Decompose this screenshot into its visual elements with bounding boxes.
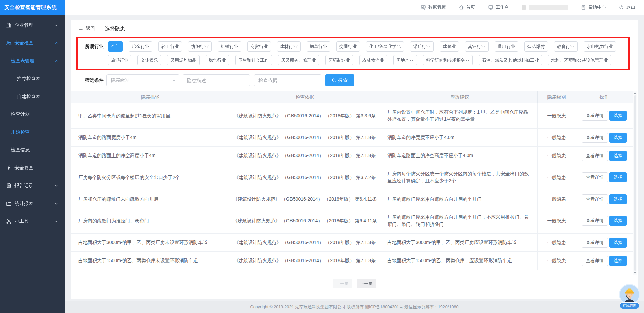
- industry-filter-button[interactable]: 卫生和社会工作: [235, 55, 272, 65]
- folder-icon: [6, 201, 12, 206]
- industry-filter-button[interactable]: 通用行业: [495, 41, 518, 52]
- hazard-level-placeholder: 隐患级别: [111, 77, 130, 83]
- check-basis-input[interactable]: [254, 74, 321, 86]
- select-button[interactable]: 选择: [609, 133, 627, 143]
- industry-filter-button[interactable]: 烟花爆竹: [524, 41, 548, 52]
- industry-filter-button[interactable]: 石油、煤炭及其他燃料加工业: [479, 55, 542, 65]
- hazard-desc-cell: 厂房每个防火分区或每个楼层的安全出口少于2个: [71, 165, 227, 190]
- industry-filter-button[interactable]: 居民服务、修理业: [278, 55, 319, 65]
- sidebar-item-tools[interactable]: 小工具: [0, 212, 65, 230]
- industry-filter-button[interactable]: 其它行业: [465, 41, 489, 52]
- industry-filter-button[interactable]: 交通行业: [336, 41, 360, 52]
- industry-filter-button[interactable]: 冶金行业: [129, 41, 152, 52]
- select-button[interactable]: 选择: [609, 256, 627, 266]
- topbar-item-dashboard[interactable]: 数据看板: [421, 4, 446, 10]
- sidebar-item-label: 检查表管理: [11, 58, 34, 64]
- sidebar-item-stats-reports[interactable]: 统计报表: [0, 195, 65, 212]
- select-button[interactable]: 选择: [609, 238, 627, 248]
- industry-filter-button[interactable]: 纺织行业: [188, 41, 212, 52]
- industry-filter-button[interactable]: 建材行业: [277, 41, 301, 52]
- search-button[interactable]: 搜索: [325, 74, 354, 86]
- industry-filter-button[interactable]: 旅游行业: [108, 55, 131, 65]
- sidebar-item-checklist-mgmt[interactable]: 检查表管理: [0, 52, 65, 70]
- industry-filter-button[interactable]: 教育行业: [554, 41, 578, 52]
- industry-filter-button[interactable]: 轻工行业: [158, 41, 182, 52]
- industry-filter-button[interactable]: 水利、环境和公共设施管理业: [548, 55, 611, 65]
- table-scrollbar[interactable]: [633, 91, 637, 275]
- view-detail-button[interactable]: 查看详情: [582, 256, 608, 266]
- view-detail-button[interactable]: 查看详情: [582, 133, 608, 143]
- table-row: 甲、乙类中间仓库的储量超过1昼夜的需用量《建筑设计防火规范》 （GB50016-…: [71, 103, 633, 129]
- industry-filter-button[interactable]: 文体娱乐: [137, 55, 161, 65]
- sidebar-item-recommended-checklist[interactable]: 推荐检查表: [0, 70, 65, 88]
- view-detail-button[interactable]: 查看详情: [582, 238, 608, 248]
- select-button[interactable]: 选择: [609, 172, 627, 182]
- sidebar-item-company-mgmt[interactable]: 企业管理: [0, 16, 65, 34]
- chevron-up-icon: [55, 59, 58, 63]
- topbar-help-label: 帮助中心: [588, 4, 606, 10]
- hazard-level-select[interactable]: 隐患级别: [106, 74, 179, 86]
- sidebar-item-check-info[interactable]: 检查信息: [0, 141, 65, 159]
- actions-cell: 查看详情选择: [576, 165, 633, 190]
- actions-cell: 查看详情选择: [576, 234, 633, 251]
- table-row: 消防车道的路面上的净空高度小于4m《建筑设计防火规范》 （GB50016-201…: [71, 147, 633, 165]
- industry-filter-button[interactable]: 建筑业: [440, 41, 459, 52]
- table-row: 消防车道的路面宽度小于4m《建筑设计防火规范》 （GB50016-2014） （…: [71, 129, 633, 147]
- topbar-item-workbench[interactable]: 工作台: [488, 4, 509, 10]
- sidebar-item-custom-checklist[interactable]: 自建检查表: [0, 88, 65, 105]
- customer-service-avatar: [619, 284, 640, 305]
- sidebar-item-start-check[interactable]: 开始检查: [0, 123, 65, 141]
- view-detail-button[interactable]: 查看详情: [582, 172, 608, 182]
- select-button[interactable]: 选择: [609, 111, 627, 121]
- select-button[interactable]: 选择: [609, 194, 627, 204]
- sidebar-item-safety-check[interactable]: 安全检查: [0, 34, 65, 52]
- industry-filter-button[interactable]: 水电热力行业: [584, 41, 616, 52]
- industry-filter-button[interactable]: 化工/危险化学品: [366, 41, 404, 52]
- sidebar-item-label: 报告记录: [14, 183, 33, 189]
- industry-filter-button[interactable]: 燃气行业: [206, 55, 229, 65]
- hazard-desc-cell: 占地面积大于3000m²的甲、乙、丙类厂房未设置环形消防车道: [71, 234, 227, 251]
- industry-filter-button[interactable]: 机械行业: [218, 41, 241, 52]
- view-detail-button[interactable]: 查看详情: [582, 216, 608, 226]
- select-button[interactable]: 选择: [609, 151, 627, 161]
- industry-filter-button[interactable]: 科学研究和技术服务业: [423, 55, 473, 65]
- hazard-desc-input[interactable]: [183, 74, 250, 86]
- topbar-item-home[interactable]: 首页: [459, 4, 475, 10]
- industry-filter-button[interactable]: 民用爆炸物品: [167, 55, 200, 65]
- company-icon: [6, 22, 12, 28]
- check-basis-cell: 《建筑设计防火规范》 （GB50016-2014） （2018年版） 第7.1.…: [227, 252, 382, 270]
- topbar-dashboard-label: 数据看板: [428, 4, 446, 10]
- industry-filter-button[interactable]: 农林牧渔业: [359, 55, 387, 65]
- scrollbar-thumb[interactable]: [634, 95, 636, 271]
- topbar-item-help[interactable]: 帮助中心: [581, 4, 606, 10]
- chevron-down-icon: [55, 220, 58, 223]
- topbar-item-logout[interactable]: 退出: [619, 4, 635, 10]
- industry-filter-button[interactable]: 房地产业: [393, 55, 417, 65]
- industry-filter-button[interactable]: 烟草行业: [307, 41, 330, 52]
- actions-cell: 查看详情选择: [576, 129, 633, 146]
- back-button[interactable]: ← 返回: [78, 26, 95, 32]
- industry-filter-button[interactable]: 医药制造业: [325, 55, 353, 65]
- view-detail-button[interactable]: 查看详情: [582, 111, 608, 121]
- view-detail-button[interactable]: 查看详情: [582, 194, 608, 204]
- next-page-button[interactable]: 下一页: [357, 279, 376, 288]
- online-consult-widget[interactable]: 在线咨询: [618, 284, 641, 309]
- back-label: 返回: [86, 26, 95, 32]
- sidebar-item-safety-recheck[interactable]: 安全复查: [0, 159, 65, 177]
- sidebar-item-check-plan[interactable]: 检查计划: [0, 105, 65, 123]
- col-header-hazard-desc: 隐患描述: [71, 91, 227, 103]
- actions-cell: 查看详情选择: [576, 190, 633, 208]
- industry-filter-button[interactable]: 采矿行业: [410, 41, 434, 52]
- scroll-up-icon[interactable]: [633, 91, 637, 95]
- sidebar-item-label: 检查计划: [11, 111, 30, 117]
- view-detail-button[interactable]: 查看详情: [582, 151, 608, 161]
- industry-filter-button[interactable]: 全部: [108, 41, 123, 52]
- select-button[interactable]: 选择: [609, 216, 627, 226]
- chevron-down-icon: [55, 202, 58, 205]
- scroll-down-icon[interactable]: [633, 271, 637, 275]
- check-basis-cell: 《建筑设计防火规范》 （GB50016-2014） （2018年版） 第3.7.…: [227, 165, 382, 190]
- sidebar-item-report-records[interactable]: 报告记录: [0, 177, 65, 195]
- industry-filter-button[interactable]: 商贸行业: [247, 41, 271, 52]
- prev-page-button[interactable]: 上一页: [333, 279, 352, 288]
- search-icon: [332, 78, 336, 83]
